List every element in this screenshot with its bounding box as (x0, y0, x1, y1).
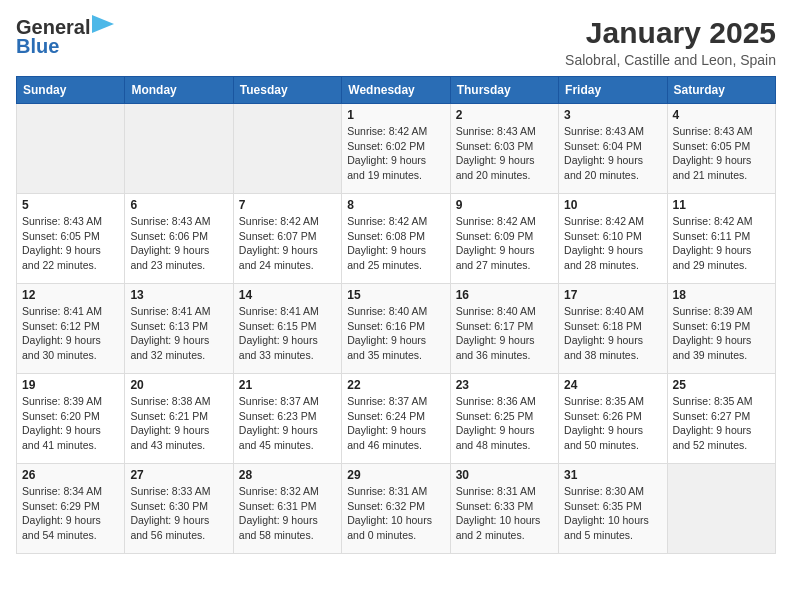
day-info: Sunrise: 8:41 AM Sunset: 6:13 PM Dayligh… (130, 304, 227, 363)
day-number: 31 (564, 468, 661, 482)
calendar-cell: 24Sunrise: 8:35 AM Sunset: 6:26 PM Dayli… (559, 374, 667, 464)
day-info: Sunrise: 8:39 AM Sunset: 6:20 PM Dayligh… (22, 394, 119, 453)
day-number: 11 (673, 198, 770, 212)
day-number: 8 (347, 198, 444, 212)
day-number: 29 (347, 468, 444, 482)
calendar-cell: 9Sunrise: 8:42 AM Sunset: 6:09 PM Daylig… (450, 194, 558, 284)
calendar-cell: 3Sunrise: 8:43 AM Sunset: 6:04 PM Daylig… (559, 104, 667, 194)
calendar-cell: 16Sunrise: 8:40 AM Sunset: 6:17 PM Dayli… (450, 284, 558, 374)
day-info: Sunrise: 8:43 AM Sunset: 6:04 PM Dayligh… (564, 124, 661, 183)
day-info: Sunrise: 8:31 AM Sunset: 6:33 PM Dayligh… (456, 484, 553, 543)
day-info: Sunrise: 8:42 AM Sunset: 6:08 PM Dayligh… (347, 214, 444, 273)
day-info: Sunrise: 8:34 AM Sunset: 6:29 PM Dayligh… (22, 484, 119, 543)
calendar-cell: 25Sunrise: 8:35 AM Sunset: 6:27 PM Dayli… (667, 374, 775, 464)
day-number: 17 (564, 288, 661, 302)
weekday-header: Sunday (17, 77, 125, 104)
calendar-cell: 7Sunrise: 8:42 AM Sunset: 6:07 PM Daylig… (233, 194, 341, 284)
page-header: General Blue January 2025 Salobral, Cast… (16, 16, 776, 68)
weekday-header: Wednesday (342, 77, 450, 104)
calendar-cell: 5Sunrise: 8:43 AM Sunset: 6:05 PM Daylig… (17, 194, 125, 284)
day-number: 14 (239, 288, 336, 302)
day-info: Sunrise: 8:35 AM Sunset: 6:27 PM Dayligh… (673, 394, 770, 453)
day-info: Sunrise: 8:42 AM Sunset: 6:09 PM Dayligh… (456, 214, 553, 273)
day-info: Sunrise: 8:42 AM Sunset: 6:10 PM Dayligh… (564, 214, 661, 273)
calendar-cell: 18Sunrise: 8:39 AM Sunset: 6:19 PM Dayli… (667, 284, 775, 374)
calendar-cell: 6Sunrise: 8:43 AM Sunset: 6:06 PM Daylig… (125, 194, 233, 284)
day-number: 12 (22, 288, 119, 302)
day-info: Sunrise: 8:38 AM Sunset: 6:21 PM Dayligh… (130, 394, 227, 453)
day-info: Sunrise: 8:40 AM Sunset: 6:17 PM Dayligh… (456, 304, 553, 363)
day-number: 13 (130, 288, 227, 302)
day-info: Sunrise: 8:39 AM Sunset: 6:19 PM Dayligh… (673, 304, 770, 363)
day-number: 30 (456, 468, 553, 482)
location: Salobral, Castille and Leon, Spain (565, 52, 776, 68)
day-number: 10 (564, 198, 661, 212)
calendar-cell: 21Sunrise: 8:37 AM Sunset: 6:23 PM Dayli… (233, 374, 341, 464)
calendar-cell: 31Sunrise: 8:30 AM Sunset: 6:35 PM Dayli… (559, 464, 667, 554)
day-number: 24 (564, 378, 661, 392)
calendar-cell (125, 104, 233, 194)
day-number: 6 (130, 198, 227, 212)
weekday-header: Thursday (450, 77, 558, 104)
day-info: Sunrise: 8:41 AM Sunset: 6:15 PM Dayligh… (239, 304, 336, 363)
weekday-header: Monday (125, 77, 233, 104)
calendar-cell (17, 104, 125, 194)
title-block: January 2025 Salobral, Castille and Leon… (565, 16, 776, 68)
day-number: 3 (564, 108, 661, 122)
day-info: Sunrise: 8:43 AM Sunset: 6:05 PM Dayligh… (673, 124, 770, 183)
day-number: 18 (673, 288, 770, 302)
weekday-header: Friday (559, 77, 667, 104)
day-number: 22 (347, 378, 444, 392)
svg-marker-0 (92, 15, 114, 33)
day-number: 15 (347, 288, 444, 302)
calendar-cell (667, 464, 775, 554)
day-info: Sunrise: 8:42 AM Sunset: 6:11 PM Dayligh… (673, 214, 770, 273)
calendar-cell: 13Sunrise: 8:41 AM Sunset: 6:13 PM Dayli… (125, 284, 233, 374)
day-number: 2 (456, 108, 553, 122)
calendar-cell: 19Sunrise: 8:39 AM Sunset: 6:20 PM Dayli… (17, 374, 125, 464)
calendar-header: SundayMondayTuesdayWednesdayThursdayFrid… (17, 77, 776, 104)
day-info: Sunrise: 8:35 AM Sunset: 6:26 PM Dayligh… (564, 394, 661, 453)
calendar-cell: 12Sunrise: 8:41 AM Sunset: 6:12 PM Dayli… (17, 284, 125, 374)
day-info: Sunrise: 8:42 AM Sunset: 6:02 PM Dayligh… (347, 124, 444, 183)
calendar-cell: 2Sunrise: 8:43 AM Sunset: 6:03 PM Daylig… (450, 104, 558, 194)
calendar-cell: 10Sunrise: 8:42 AM Sunset: 6:10 PM Dayli… (559, 194, 667, 284)
calendar-cell (233, 104, 341, 194)
calendar-cell: 15Sunrise: 8:40 AM Sunset: 6:16 PM Dayli… (342, 284, 450, 374)
day-info: Sunrise: 8:43 AM Sunset: 6:05 PM Dayligh… (22, 214, 119, 273)
day-info: Sunrise: 8:37 AM Sunset: 6:24 PM Dayligh… (347, 394, 444, 453)
day-number: 28 (239, 468, 336, 482)
month-title: January 2025 (565, 16, 776, 50)
logo: General Blue (16, 16, 114, 58)
day-info: Sunrise: 8:31 AM Sunset: 6:32 PM Dayligh… (347, 484, 444, 543)
calendar-cell: 28Sunrise: 8:32 AM Sunset: 6:31 PM Dayli… (233, 464, 341, 554)
day-number: 4 (673, 108, 770, 122)
day-info: Sunrise: 8:33 AM Sunset: 6:30 PM Dayligh… (130, 484, 227, 543)
day-info: Sunrise: 8:42 AM Sunset: 6:07 PM Dayligh… (239, 214, 336, 273)
calendar-cell: 8Sunrise: 8:42 AM Sunset: 6:08 PM Daylig… (342, 194, 450, 284)
day-info: Sunrise: 8:43 AM Sunset: 6:03 PM Dayligh… (456, 124, 553, 183)
day-info: Sunrise: 8:40 AM Sunset: 6:16 PM Dayligh… (347, 304, 444, 363)
calendar-table: SundayMondayTuesdayWednesdayThursdayFrid… (16, 76, 776, 554)
calendar-cell: 11Sunrise: 8:42 AM Sunset: 6:11 PM Dayli… (667, 194, 775, 284)
calendar-cell: 23Sunrise: 8:36 AM Sunset: 6:25 PM Dayli… (450, 374, 558, 464)
calendar-cell: 4Sunrise: 8:43 AM Sunset: 6:05 PM Daylig… (667, 104, 775, 194)
calendar-cell: 30Sunrise: 8:31 AM Sunset: 6:33 PM Dayli… (450, 464, 558, 554)
day-number: 23 (456, 378, 553, 392)
day-info: Sunrise: 8:37 AM Sunset: 6:23 PM Dayligh… (239, 394, 336, 453)
day-number: 16 (456, 288, 553, 302)
calendar-cell: 22Sunrise: 8:37 AM Sunset: 6:24 PM Dayli… (342, 374, 450, 464)
calendar-cell: 1Sunrise: 8:42 AM Sunset: 6:02 PM Daylig… (342, 104, 450, 194)
day-info: Sunrise: 8:36 AM Sunset: 6:25 PM Dayligh… (456, 394, 553, 453)
calendar-cell: 20Sunrise: 8:38 AM Sunset: 6:21 PM Dayli… (125, 374, 233, 464)
calendar-cell: 26Sunrise: 8:34 AM Sunset: 6:29 PM Dayli… (17, 464, 125, 554)
day-number: 7 (239, 198, 336, 212)
day-number: 26 (22, 468, 119, 482)
day-info: Sunrise: 8:41 AM Sunset: 6:12 PM Dayligh… (22, 304, 119, 363)
weekday-header: Tuesday (233, 77, 341, 104)
day-number: 9 (456, 198, 553, 212)
calendar-cell: 27Sunrise: 8:33 AM Sunset: 6:30 PM Dayli… (125, 464, 233, 554)
day-info: Sunrise: 8:30 AM Sunset: 6:35 PM Dayligh… (564, 484, 661, 543)
day-info: Sunrise: 8:43 AM Sunset: 6:06 PM Dayligh… (130, 214, 227, 273)
day-number: 19 (22, 378, 119, 392)
